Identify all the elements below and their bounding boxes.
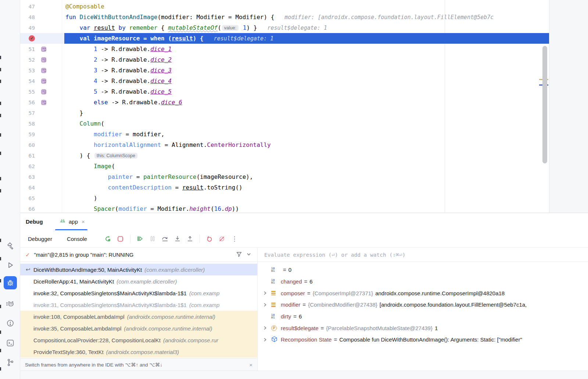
tab-debugger[interactable]: Debugger [28, 236, 52, 242]
debugger-toolbar: Debugger Console [20, 230, 588, 248]
stack-frame-row[interactable]: ProvideTextStyle:360, TextKt(androidx.co… [20, 346, 257, 358]
line-number[interactable]: 56 [20, 100, 35, 105]
run-tool-button[interactable] [4, 259, 17, 272]
thread-selector[interactable]: ✓ "main"@2,815 in group "main": RUNNING [20, 248, 257, 262]
stack-frame-row[interactable]: invoke:32, ComposableSingletons$MainActi… [20, 287, 257, 299]
breakpoint-icon[interactable]: ✓ [29, 35, 35, 41]
view-breakpoints-icon[interactable] [205, 234, 214, 243]
dice-resource-icon [41, 89, 46, 94]
line-number[interactable]: 66 [20, 206, 35, 212]
code-line[interactable]: 61 ) { this: ColumnScope [20, 150, 549, 161]
variable-row[interactable]: modifier={CombinedModifier@27438}[androi… [258, 299, 588, 311]
code-line[interactable]: 64 contentDescription = result.toString(… [20, 182, 549, 193]
code-line[interactable]: 62 Image( [20, 161, 549, 172]
code-line[interactable]: 60 horizontalAlignment = Alignment.Cente… [20, 140, 549, 150]
frame-package: (com.example.diceroller) [144, 267, 205, 273]
frames-panel: ✓ "main"@2,815 in group "main": RUNNING … [20, 248, 258, 371]
line-number[interactable]: 58 [20, 121, 35, 127]
code-text: Image( [64, 161, 549, 172]
code-line[interactable]: 49 var result by remember { mutableState… [20, 22, 549, 33]
close-icon[interactable]: × [82, 219, 85, 225]
editor-scrollbar[interactable] [542, 46, 547, 163]
line-number[interactable]: 54 [20, 78, 35, 84]
code-line[interactable]: 48fun DiceWithButtonAndImage(modifier: M… [20, 12, 549, 22]
rerun-icon[interactable] [103, 234, 113, 243]
problems-tool-button[interactable] [4, 317, 17, 330]
stack-frame-row[interactable]: DiceRollerApp:41, MainActivityKt(com.exa… [20, 275, 257, 287]
more-actions-icon[interactable]: ⋮ [230, 234, 239, 243]
line-number[interactable]: 57 [20, 110, 35, 116]
chevron-down-icon[interactable] [246, 252, 251, 258]
stack-frame-row[interactable]: ↩DiceWithButtonAndImage:50, MainActivity… [20, 264, 257, 275]
code-line[interactable]: 59 modifier = modifier, [20, 129, 549, 140]
code-line[interactable]: 65 ) [20, 193, 549, 203]
terminal-tool-button[interactable] [4, 336, 17, 350]
code-line[interactable]: ✓ val imageResource = when (result) {res… [20, 33, 549, 44]
frame-package: (androidx.compose.runtime.internal) [127, 314, 215, 320]
line-number[interactable]: 47 [20, 4, 35, 10]
banner-close-icon[interactable]: × [249, 362, 252, 368]
stack-frame-row[interactable]: invoke:35, ComposableLambdaImpl(androidx… [20, 322, 257, 334]
pause-icon[interactable] [148, 234, 157, 243]
line-number[interactable]: 59 [20, 131, 35, 137]
code-line[interactable]: 58 Column( [20, 118, 549, 129]
build-tool-button[interactable] [4, 239, 17, 253]
code-editor[interactable]: 47@Composable48fun DiceWithButtonAndImag… [20, 0, 588, 213]
line-number[interactable]: 61 [20, 153, 35, 159]
line-number[interactable]: 60 [20, 142, 35, 148]
step-over-icon[interactable] [160, 234, 170, 243]
current-frame-icon: ↩ [26, 266, 33, 273]
line-number[interactable]: 53 [20, 68, 35, 73]
profiler-tool-button[interactable] [4, 297, 17, 311]
line-number[interactable]: 63 [20, 174, 35, 180]
code-line[interactable]: 57 } [20, 108, 549, 118]
code-text: 3 -> R.drawable.dice_3 [64, 65, 549, 76]
version-control-tool-button[interactable] [4, 356, 17, 369]
tab-app[interactable]: app × [55, 213, 89, 230]
variable-row[interactable]: 1001changed=6 [258, 276, 588, 288]
expand-chevron-icon[interactable] [263, 338, 271, 342]
step-out-icon[interactable] [185, 234, 195, 243]
resume-icon[interactable] [135, 234, 145, 243]
tab-console[interactable]: Console [67, 236, 87, 242]
expand-chevron-icon[interactable] [263, 326, 271, 330]
line-number[interactable]: 49 [20, 25, 35, 31]
step-into-icon[interactable] [173, 234, 182, 243]
code-line[interactable]: 56 else -> R.drawable.dice_6 [20, 97, 549, 108]
code-line[interactable]: 52 2 -> R.drawable.dice_2 [20, 54, 549, 65]
variable-icon-slot: 1001 [271, 314, 281, 319]
code-line[interactable]: 54 4 -> R.drawable.dice_4 [20, 76, 549, 86]
line-number[interactable]: 52 [20, 57, 35, 63]
mute-breakpoints-icon[interactable] [217, 234, 227, 243]
line-number[interactable]: 55 [20, 89, 35, 95]
evaluate-placeholder: Evaluate expression (⏎) or add a watch (… [264, 252, 405, 258]
code-line[interactable]: 51 1 -> R.drawable.dice_1 [20, 44, 549, 54]
code-line[interactable]: 63 painter = painterResource(imageResour… [20, 172, 549, 182]
line-number[interactable]: 62 [20, 163, 35, 169]
evaluate-expression-input[interactable]: Evaluate expression (⏎) or add a watch (… [258, 248, 588, 262]
stack-frame-row[interactable]: invoke:108, ComposableLambdaImpl(android… [20, 311, 257, 322]
line-number[interactable]: 48 [20, 14, 35, 20]
expand-chevron-icon[interactable] [263, 303, 271, 307]
filter-icon[interactable] [236, 251, 242, 259]
code-line[interactable]: 53 3 -> R.drawable.dice_3 [20, 65, 549, 76]
variable-row[interactable]: 1001=0 [258, 264, 588, 276]
code-line[interactable]: 55 5 -> R.drawable.dice_5 [20, 86, 549, 97]
variable-row[interactable]: Presult$delegate={ParcelableSnapshotMuta… [258, 322, 588, 334]
line-number[interactable]: 51 [20, 46, 35, 52]
variable-row[interactable]: Recomposition State=Composable fun DiceW… [258, 334, 588, 346]
code-line[interactable]: 66 Spacer(modifier = Modifier.height(16.… [20, 203, 549, 213]
variable-row[interactable]: 1001dirty=6 [258, 311, 588, 322]
line-number[interactable]: ✓ [20, 35, 35, 41]
stack-frame-row[interactable]: CompositionLocalProvider:228, Compositio… [20, 334, 257, 346]
debug-tool-button[interactable] [4, 276, 17, 289]
stop-icon[interactable] [116, 234, 125, 243]
line-number[interactable]: 64 [20, 185, 35, 191]
dice-resource-icon [41, 79, 46, 84]
variable-name: Recomposition State [281, 336, 331, 343]
line-number[interactable]: 65 [20, 195, 35, 201]
variable-row[interactable]: composer={ComposerImpl@27371}androidx.co… [258, 287, 588, 299]
expand-chevron-icon[interactable] [263, 291, 271, 295]
stack-frame-row[interactable]: invoke:31, ComposableSingletons$MainActi… [20, 299, 257, 311]
code-line[interactable]: 47@Composable [20, 1, 549, 12]
